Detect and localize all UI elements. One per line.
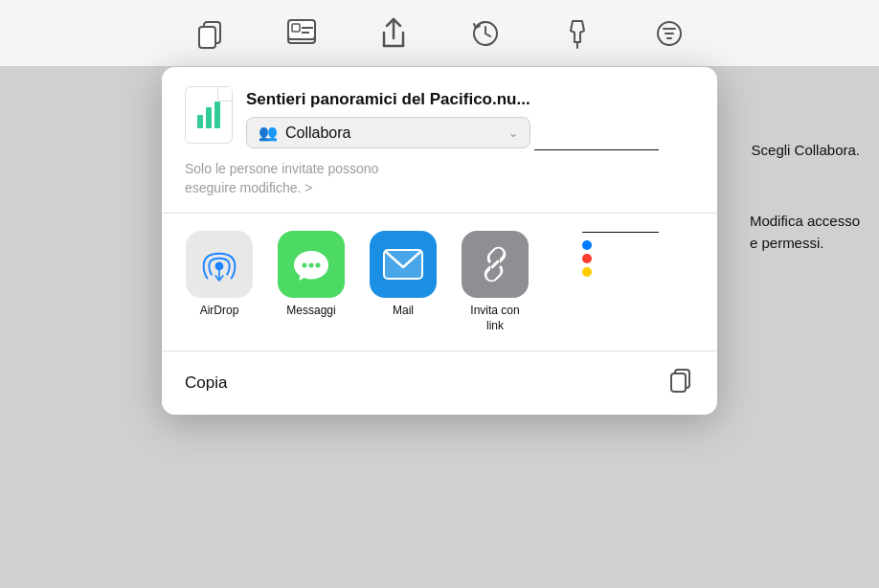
airdrop-label: AirDrop	[200, 304, 239, 319]
svg-point-19	[309, 263, 314, 268]
svg-point-18	[303, 263, 307, 268]
airdrop-app[interactable]: AirDrop	[181, 231, 258, 319]
pin-toolbar-icon[interactable]	[560, 16, 595, 51]
pro-app[interactable]	[549, 231, 625, 277]
file-section: Sentieri panoramici del Pacifico.nu... 👥…	[162, 67, 717, 214]
svg-point-20	[316, 263, 321, 268]
share-toolbar-icon[interactable]	[376, 16, 411, 51]
svg-rect-1	[199, 27, 215, 48]
permissions-label: Solo le persone invitate possonoeseguire…	[185, 161, 378, 195]
permissions-text[interactable]: Solo le persone invitate possonoeseguire…	[185, 160, 694, 197]
svg-rect-23	[671, 373, 686, 392]
messaggi-label: Messaggi	[286, 304, 335, 319]
top-toolbar	[0, 0, 879, 67]
messaggi-icon	[278, 231, 345, 298]
collaborate-icon: 👥	[259, 124, 278, 142]
bar1	[197, 115, 203, 128]
mail-label: Mail	[393, 304, 414, 319]
messaggi-app[interactable]: Messaggi	[273, 231, 349, 319]
copy-section[interactable]: Copia	[162, 351, 717, 415]
file-header: Sentieri panoramici del Pacifico.nu... 👥…	[185, 86, 694, 148]
annotation-label-permissions: Modifica accessoe permessi.	[750, 211, 860, 254]
apps-section: AirDrop Messaggi	[162, 214, 717, 351]
dot-red	[582, 254, 592, 263]
link-app[interactable]: Invita conlink	[457, 231, 533, 333]
dots-col	[563, 240, 611, 277]
filter-toolbar-icon[interactable]	[652, 16, 687, 51]
link-icon	[462, 231, 529, 298]
airdrop-icon	[186, 231, 253, 298]
collaborate-dropdown[interactable]: 👥 Collabora ⌄	[246, 117, 530, 148]
history-toolbar-icon[interactable]	[468, 16, 503, 51]
annotation-line-2	[582, 232, 659, 233]
annotation-label-collaborate: Scegli Collabora.	[752, 142, 860, 158]
copy-toolbar-icon[interactable]	[192, 16, 227, 51]
file-title: Sentieri panoramici del Pacifico.nu...	[246, 90, 530, 109]
file-icon	[185, 86, 233, 144]
link-label: Invita conlink	[470, 304, 519, 333]
chevron-down-icon: ⌄	[508, 126, 518, 140]
screen: Sentieri panoramici del Pacifico.nu... 👥…	[0, 0, 879, 588]
svg-point-16	[215, 262, 224, 271]
copy-icon	[667, 367, 694, 399]
bar2	[206, 107, 212, 128]
gallery-toolbar-icon[interactable]	[284, 16, 319, 51]
collaborate-label: Collabora	[285, 124, 501, 142]
file-icon-bars	[197, 102, 220, 128]
dot-blue	[582, 240, 592, 250]
dot-yellow	[582, 267, 592, 277]
file-info: Sentieri panoramici del Pacifico.nu... 👥…	[246, 86, 530, 148]
mail-app[interactable]: Mail	[365, 231, 441, 319]
bar3	[214, 102, 220, 128]
annotation-line-1	[534, 149, 659, 150]
mail-icon	[370, 231, 437, 298]
permissions-arrow: >	[304, 180, 312, 195]
copy-label: Copia	[185, 373, 227, 393]
share-panel: Sentieri panoramici del Pacifico.nu... 👥…	[162, 67, 717, 415]
apps-row: AirDrop Messaggi	[181, 231, 698, 333]
